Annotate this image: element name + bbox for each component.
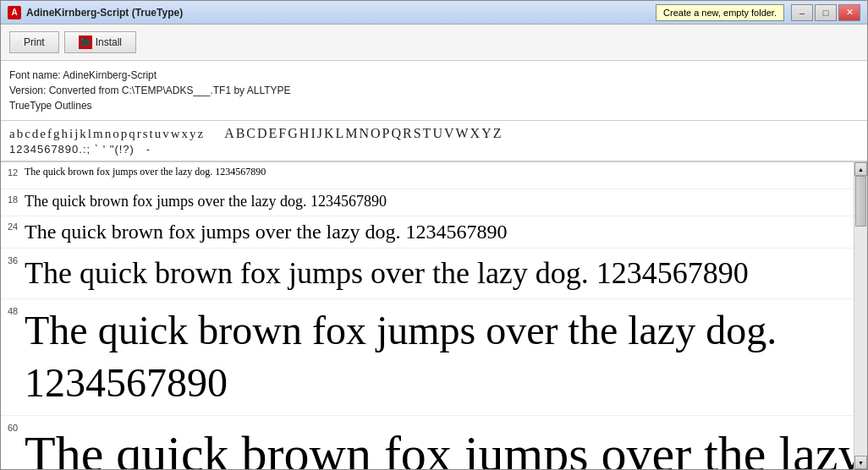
minimize-button[interactable]: – bbox=[791, 4, 813, 21]
window-title: AdineKirnberg-Script (TrueType) bbox=[26, 7, 656, 19]
preview-row-18: 18 The quick brown fox jumps over the la… bbox=[1, 189, 854, 216]
preview-text-36: The quick brown fox jumps over the lazy … bbox=[25, 254, 854, 293]
size-label-18: 18 bbox=[1, 194, 25, 205]
close-button[interactable]: ✕ bbox=[838, 4, 860, 21]
size-label-24: 24 bbox=[1, 221, 25, 232]
scroll-thumb[interactable] bbox=[855, 176, 866, 227]
preview-row-24: 24 The quick brown fox jumps over the la… bbox=[1, 216, 854, 249]
install-icon: ⬛ bbox=[79, 36, 92, 49]
size-label-36: 36 bbox=[1, 255, 25, 265]
charset-lowercase-uppercase: abcdefghijklmnopqrstuvwxyz ABCDEFGHIJKLM… bbox=[9, 126, 859, 141]
font-version-label: Version: Converted from C:\TEMP\ADKS___.… bbox=[9, 83, 859, 98]
toolbar: Print ⬛ Install bbox=[1, 25, 867, 61]
preview-text-12: The quick brown fox jumps over the lazy … bbox=[25, 166, 854, 178]
preview-text-24: The quick brown fox jumps over the lazy … bbox=[25, 220, 854, 244]
font-info-panel: Font name: AdineKirnberg-Script Version:… bbox=[1, 61, 867, 121]
install-button[interactable]: ⬛ Install bbox=[64, 31, 136, 53]
size-label-60: 60 bbox=[1, 423, 25, 433]
preview-scroll[interactable]: 12 The quick brown fox jumps over the la… bbox=[1, 162, 854, 469]
preview-row-60: 60 The quick brown fox jumps over the la… bbox=[1, 416, 854, 469]
size-label-12: 12 bbox=[1, 167, 25, 178]
preview-text-48: The quick brown fox jumps over the lazy … bbox=[25, 304, 854, 410]
font-name-label: Font name: AdineKirnberg-Script bbox=[9, 68, 859, 83]
preview-text-18: The quick brown fox jumps over the lazy … bbox=[25, 193, 854, 211]
window-controls: – □ ✕ bbox=[791, 4, 860, 21]
scroll-up-button[interactable]: ▲ bbox=[854, 162, 867, 176]
app-icon: A bbox=[8, 6, 21, 19]
size-label-48: 48 bbox=[1, 306, 25, 316]
main-window: A AdineKirnberg-Script (TrueType) Create… bbox=[0, 0, 868, 470]
scroll-track[interactable] bbox=[854, 176, 867, 456]
preview-area-wrapper: 12 The quick brown fox jumps over the la… bbox=[1, 162, 867, 469]
preview-row-48: 48 The quick brown fox jumps over the la… bbox=[1, 299, 854, 416]
preview-text-60: The quick brown fox jumps over the lazy … bbox=[25, 421, 854, 469]
scroll-down-button[interactable]: ▼ bbox=[854, 456, 867, 469]
maximize-button[interactable]: □ bbox=[815, 4, 837, 21]
title-bar: A AdineKirnberg-Script (TrueType) Create… bbox=[1, 1, 867, 25]
charset-numbers: 1234567890.:; ` ' "(!?) - bbox=[9, 143, 859, 156]
tooltip-bubble: Create a new, empty folder. bbox=[656, 4, 784, 21]
font-type-label: TrueType Outlines bbox=[9, 98, 859, 113]
vertical-scrollbar[interactable]: ▲ ▼ bbox=[854, 162, 867, 469]
preview-row-36: 36 The quick brown fox jumps over the la… bbox=[1, 249, 854, 299]
preview-row-12: 12 The quick brown fox jumps over the la… bbox=[1, 162, 854, 189]
charset-display: abcdefghijklmnopqrstuvwxyz ABCDEFGHIJKLM… bbox=[1, 121, 867, 162]
print-button[interactable]: Print bbox=[9, 31, 59, 53]
